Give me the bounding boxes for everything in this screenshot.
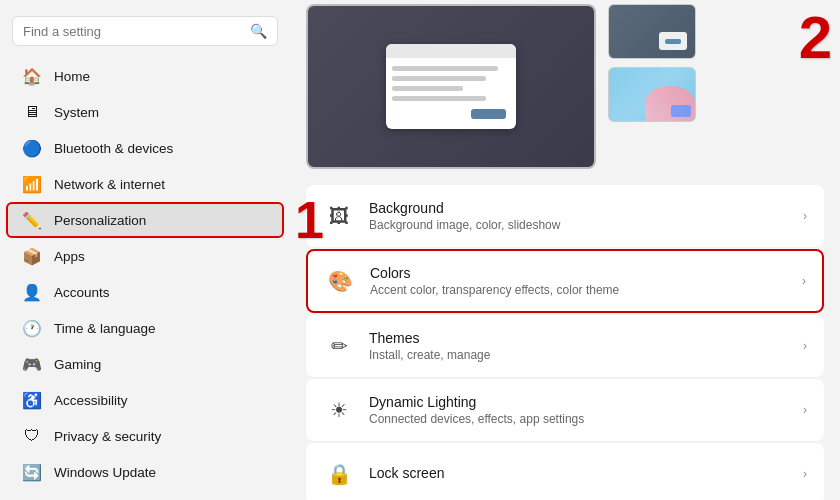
sidebar-item-privacy[interactable]: 🛡Privacy & security [6, 418, 284, 454]
sidebar-item-label-time: Time & language [54, 321, 156, 336]
window-bar [386, 44, 516, 58]
gaming-icon: 🎮 [22, 354, 42, 374]
system-icon: 🖥 [22, 102, 42, 122]
background-text: BackgroundBackground image, color, slide… [369, 200, 789, 232]
sidebar-item-label-bluetooth: Bluetooth & devices [54, 141, 173, 156]
sidebar-item-system[interactable]: 🖥System [6, 94, 284, 130]
theme-preview-main [306, 4, 596, 169]
accounts-icon: 👤 [22, 282, 42, 302]
themes-subtitle: Install, create, manage [369, 348, 789, 362]
window-lines [386, 58, 516, 109]
personalization-icon: ✏️ [22, 210, 42, 230]
theme-thumb-dark[interactable] [608, 4, 696, 59]
sidebar-item-home[interactable]: 🏠Home [6, 58, 284, 94]
preview-line [392, 86, 463, 91]
themes-icon: ✏ [323, 330, 355, 362]
apps-icon: 📦 [22, 246, 42, 266]
preview-line [392, 66, 498, 71]
background-subtitle: Background image, color, slideshow [369, 218, 789, 232]
sidebar-item-label-accounts: Accounts [54, 285, 110, 300]
annotation-2: 2 [799, 8, 832, 68]
lock_screen-arrow: › [803, 467, 807, 481]
sidebar-item-accounts[interactable]: 👤Accounts [6, 274, 284, 310]
theme-preview-area: 2 [306, 4, 824, 169]
dynamic_lighting-arrow: › [803, 403, 807, 417]
accessibility-icon: ♿ [22, 390, 42, 410]
colors-title: Colors [370, 265, 788, 281]
sidebar-item-time[interactable]: 🕐Time & language [6, 310, 284, 346]
theme-thumbnails [608, 4, 696, 122]
colors-icon: 🎨 [324, 265, 356, 297]
sidebar-item-label-system: System [54, 105, 99, 120]
background-icon: 🖼 [323, 200, 355, 232]
sidebar-item-label-network: Network & internet [54, 177, 165, 192]
lock_screen-text: Lock screen [369, 465, 789, 483]
privacy-icon: 🛡 [22, 426, 42, 446]
thumb-corner [671, 105, 691, 117]
theme-preview-window [386, 44, 516, 129]
nav-list: 🏠Home🖥System🔵Bluetooth & devices📶Network… [0, 58, 290, 490]
settings-item-colors[interactable]: 🎨ColorsAccent color, transparency effect… [306, 249, 824, 313]
sidebar-item-label-apps: Apps [54, 249, 85, 264]
preview-line [392, 76, 486, 81]
settings-wrapper-lock_screen: 🔒Lock screen› [306, 443, 824, 500]
settings-wrapper-themes: ✏ThemesInstall, create, manage› [306, 315, 824, 377]
main-content: 2 🖼BackgroundBackground image, color, sl… [290, 0, 840, 500]
settings-item-themes[interactable]: ✏ThemesInstall, create, manage› [306, 315, 824, 377]
sidebar-item-network[interactable]: 📶Network & internet [6, 166, 284, 202]
search-icon: 🔍 [250, 23, 267, 39]
sidebar: 🔍 🏠Home🖥System🔵Bluetooth & devices📶Netwo… [0, 0, 290, 500]
sidebar-item-bluetooth[interactable]: 🔵Bluetooth & devices [6, 130, 284, 166]
colors-arrow: › [802, 274, 806, 288]
settings-wrapper-colors: 🎨ColorsAccent color, transparency effect… [306, 249, 824, 313]
search-box[interactable]: 🔍 [12, 16, 278, 46]
windowsupdate-icon: 🔄 [22, 462, 42, 482]
home-icon: 🏠 [22, 66, 42, 86]
network-icon: 📶 [22, 174, 42, 194]
background-title: Background [369, 200, 789, 216]
dynamic_lighting-subtitle: Connected devices, effects, app settings [369, 412, 789, 426]
time-icon: 🕐 [22, 318, 42, 338]
settings-wrapper-dynamic_lighting: ☀Dynamic LightingConnected devices, effe… [306, 379, 824, 441]
background-arrow: › [803, 209, 807, 223]
themes-title: Themes [369, 330, 789, 346]
theme-thumb-light[interactable] [608, 67, 696, 122]
lock_screen-title: Lock screen [369, 465, 789, 481]
preview-line [392, 96, 486, 101]
settings-item-background[interactable]: 🖼BackgroundBackground image, color, slid… [306, 185, 824, 247]
dynamic_lighting-text: Dynamic LightingConnected devices, effec… [369, 394, 789, 426]
bluetooth-icon: 🔵 [22, 138, 42, 158]
sidebar-item-gaming[interactable]: 🎮Gaming [6, 346, 284, 382]
sidebar-item-personalization[interactable]: ✏️Personalization1 [6, 202, 284, 238]
colors-subtitle: Accent color, transparency effects, colo… [370, 283, 788, 297]
settings-list: 🖼BackgroundBackground image, color, slid… [306, 185, 824, 500]
sidebar-item-label-personalization: Personalization [54, 213, 146, 228]
dynamic_lighting-title: Dynamic Lighting [369, 394, 789, 410]
dynamic_lighting-icon: ☀ [323, 394, 355, 426]
thumb-dot [665, 39, 681, 44]
themes-arrow: › [803, 339, 807, 353]
settings-item-dynamic_lighting[interactable]: ☀Dynamic LightingConnected devices, effe… [306, 379, 824, 441]
sidebar-item-accessibility[interactable]: ♿Accessibility [6, 382, 284, 418]
settings-item-lock_screen[interactable]: 🔒Lock screen› [306, 443, 824, 500]
preview-button [471, 109, 506, 119]
thumb-inner [659, 32, 687, 50]
sidebar-item-label-privacy: Privacy & security [54, 429, 161, 444]
sidebar-item-windowsupdate[interactable]: 🔄Windows Update [6, 454, 284, 490]
themes-text: ThemesInstall, create, manage [369, 330, 789, 362]
sidebar-item-label-gaming: Gaming [54, 357, 101, 372]
sidebar-item-label-accessibility: Accessibility [54, 393, 128, 408]
search-input[interactable] [23, 24, 242, 39]
sidebar-item-label-home: Home [54, 69, 90, 84]
settings-wrapper-background: 🖼BackgroundBackground image, color, slid… [306, 185, 824, 247]
colors-text: ColorsAccent color, transparency effects… [370, 265, 788, 297]
sidebar-item-apps[interactable]: 📦Apps [6, 238, 284, 274]
lock_screen-icon: 🔒 [323, 458, 355, 490]
sidebar-item-label-windowsupdate: Windows Update [54, 465, 156, 480]
